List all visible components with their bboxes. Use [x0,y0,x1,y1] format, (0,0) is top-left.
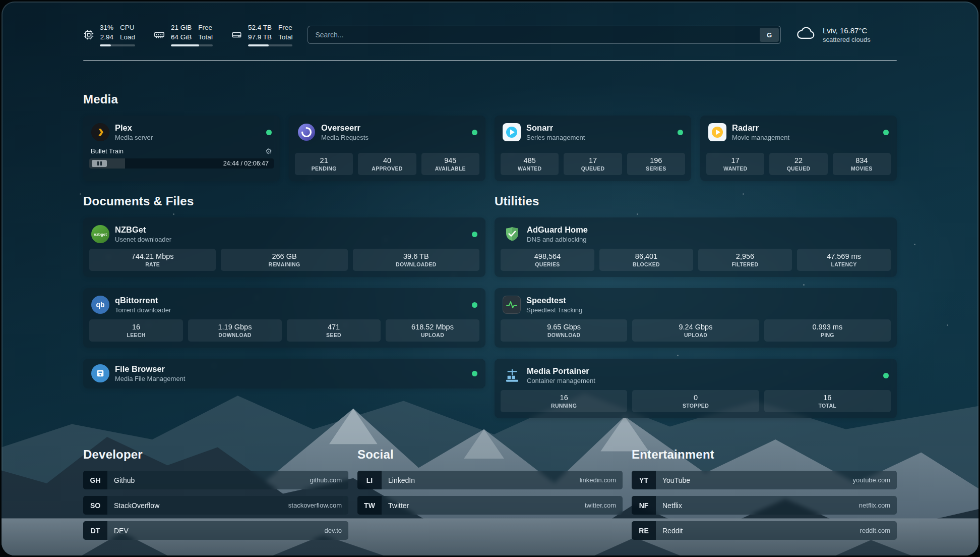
stat-label: STOPPED [634,403,757,409]
memory-progress-bar [171,44,213,46]
stat-value: 86,401 [601,252,691,260]
nzbget-icon-label: nzbget [94,232,107,237]
bookmarks-developer: Developer GH Github github.com SO StackO… [83,448,348,546]
service-description: Torrent downloader [115,306,171,315]
stat-download: 1.19 Gbps DOWNLOAD [188,319,282,342]
stat-label: QUEUED [771,165,825,172]
stat-label: UPLOAD [634,332,757,338]
nzbget-icon: nzbget [91,225,109,243]
disk-icon [231,29,242,40]
section-title-developer: Developer [83,448,348,462]
bookmark-github[interactable]: GH Github github.com [83,471,348,489]
overseerr-icon [297,123,316,142]
disk-progress-bar [248,44,293,46]
weather-location-temp: Lviv, 16.87°C [823,26,871,35]
stat-label: AVAILABLE [423,165,477,172]
stat-running: 16 RUNNING [501,390,627,412]
plex-icon [91,123,109,141]
service-name: NZBGet [115,225,171,235]
card-qbittorrent[interactable]: qb qBittorrent Torrent downloader 16 LEE… [83,288,485,348]
bookmark-url: youtube.com [853,471,897,489]
bookmark-dev[interactable]: DT DEV dev.to [83,521,348,540]
bookmark-name: YouTube [656,471,853,489]
stat-label: QUERIES [503,261,592,267]
stat-value: 1.19 Gbps [190,323,280,331]
stat-label: QUEUED [566,165,620,172]
bookmark-abbr: SO [83,496,107,515]
playback-time: 24:44 / 02:06:47 [223,160,269,167]
service-name: Media Portainer [527,366,595,376]
cloud-icon [796,26,816,43]
bookmark-name: StackOverflow [107,496,288,515]
bookmark-abbr: TW [357,496,382,515]
card-portainer[interactable]: Media Portainer Container management 16 … [495,359,897,418]
card-sonarr[interactable]: Sonarr Series management 485 WANTED 17 Q… [495,116,691,181]
card-overseerr[interactable]: Overseerr Media Requests 21 PENDING 40 A… [289,116,485,181]
bookmark-url: netflix.com [859,496,897,515]
service-name: File Browser [115,364,185,374]
cpu-widget: 31% 2.94 CPU Load [83,23,135,46]
status-dot [883,373,889,378]
weather-widget: Lviv, 16.87°C scattered clouds [796,26,897,43]
cpu-usage-label: CPU [120,23,135,33]
card-speedtest[interactable]: Speedtest Speedtest Tracking 9.65 Gbps D… [495,288,897,348]
search-provider-button[interactable]: G [760,28,779,42]
bookmark-linkedin[interactable]: LI LinkedIn linkedin.com [357,471,623,489]
card-nzbget[interactable]: nzbget NZBGet Usenet downloader 744.21 M… [83,217,485,277]
disk-total-value: 97.9 TB [248,33,272,42]
bookmark-reddit[interactable]: RE Reddit reddit.com [632,521,897,540]
bookmark-url: github.com [310,471,348,489]
stat-value: 0.993 ms [766,323,889,331]
memory-widget: 21 GiB 64 GiB Free Total [153,23,213,46]
service-name: Radarr [732,123,789,133]
service-name: qBittorrent [115,295,171,306]
stat-upload: 618.52 Mbps UPLOAD [386,319,479,342]
pause-button[interactable] [92,160,107,167]
card-radarr[interactable]: Radarr Movie management 17 WANTED 22 QUE… [700,116,897,181]
resource-widgets: 31% 2.94 CPU Load [83,23,292,46]
stat-wanted: 17 WANTED [706,153,764,175]
stat-label: WANTED [503,165,557,172]
stat-label: RUNNING [503,403,625,409]
top-bar: 31% 2.94 CPU Load [83,23,897,47]
playback-progress-bar[interactable]: 24:44 / 02:06:47 [89,158,274,169]
bookmark-netflix[interactable]: NF Netflix netflix.com [632,496,897,515]
card-filebrowser[interactable]: File Browser Media File Management [83,359,485,388]
status-dot [472,232,477,237]
bookmark-youtube[interactable]: YT YouTube youtube.com [632,471,897,489]
gear-icon[interactable]: ⚙ [266,147,272,155]
status-dot [266,130,272,135]
section-media: Media Plex Media server [83,92,897,181]
bookmark-twitter[interactable]: TW Twitter twitter.com [357,496,623,515]
search-input[interactable] [308,26,781,44]
card-plex[interactable]: Plex Media server Bullet Train ⚙ 24:44 /… [83,116,280,181]
stat-value: 618.52 Mbps [388,323,477,331]
stat-value: 16 [766,394,889,402]
stat-label: LATENCY [799,261,889,267]
stat-label: APPROVED [360,165,414,172]
bookmark-abbr: DT [83,521,107,540]
memory-total-label: Total [198,33,213,42]
bookmark-name: Netflix [656,496,859,515]
bookmark-stackoverflow[interactable]: SO StackOverflow stackoverflow.com [83,496,348,515]
portainer-icon [503,366,521,385]
memory-total-value: 64 GiB [171,33,192,42]
stat-value: 9.24 Gbps [634,323,757,331]
memory-free-value: 21 GiB [171,23,192,33]
stat-approved: 40 APPROVED [358,153,416,175]
stat-value: 0 [634,394,757,402]
stat-label: MOVIES [835,165,889,172]
bookmark-name: Twitter [382,496,585,515]
stat-queries: 498,564 QUERIES [501,249,594,271]
stat-value: 485 [503,156,557,164]
service-name: Speedtest [526,295,582,306]
cpu-load-value: 2.94 [100,33,113,42]
bookmark-name: LinkedIn [382,471,580,489]
card-adguard[interactable]: AdGuard Home DNS and adblocking 498,564 … [495,217,897,277]
stat-series: 196 SERIES [627,153,685,175]
stat-latency: 47.569 ms LATENCY [797,249,891,271]
memory-icon [153,29,165,40]
status-dot [883,130,889,135]
stat-value: 945 [423,156,477,164]
stat-available: 945 AVAILABLE [421,153,479,175]
